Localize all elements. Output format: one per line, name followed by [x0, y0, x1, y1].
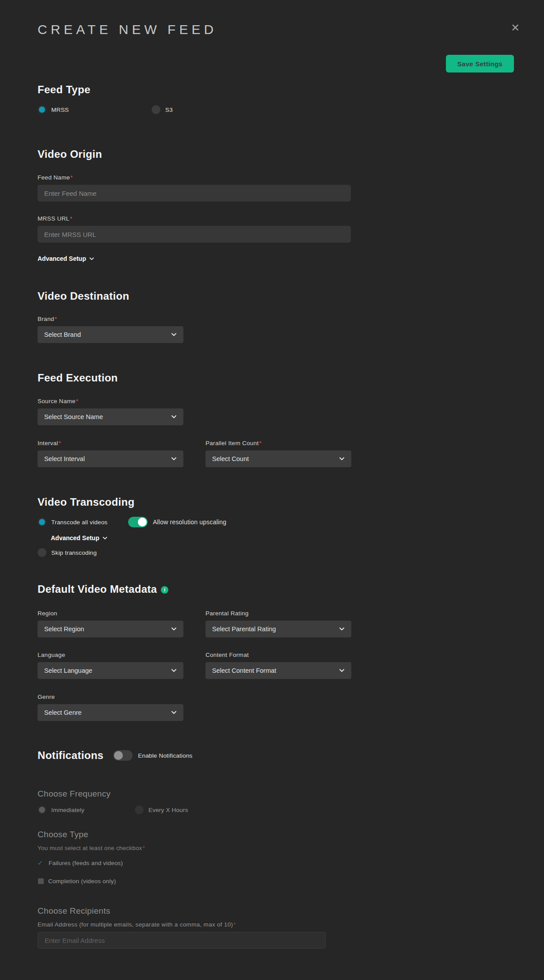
feed-name-input[interactable] [38, 185, 351, 202]
genre-label: Genre [38, 694, 183, 701]
advanced-setup-link[interactable]: Advanced Setup [38, 255, 94, 263]
close-icon[interactable]: ✕ [510, 22, 521, 34]
radio-unselected-icon[interactable] [152, 105, 160, 114]
enable-notifications-label: Enable Notifications [138, 752, 192, 759]
required-asterisk: * [76, 398, 79, 404]
feed-type-heading: Feed Type [38, 84, 514, 96]
radio-selected-icon[interactable] [38, 518, 46, 526]
choose-recipients-heading: Choose Recipients [38, 906, 514, 916]
interval-label: Interval* [38, 440, 183, 447]
chevron-down-icon [171, 415, 177, 419]
source-name-label: Source Name* [38, 398, 514, 405]
email-label: Email Address (for multiple emails, sepa… [38, 921, 514, 928]
required-asterisk: * [259, 440, 262, 446]
radio-s3-label: S3 [165, 107, 173, 113]
upscaling-toggle-group: Allow resolution upscaling [128, 517, 226, 527]
required-asterisk: * [55, 316, 57, 322]
radio-mrss[interactable]: MRSS [38, 105, 152, 114]
transcoding-options-row: Transcode all videos Allow resolution up… [38, 517, 514, 527]
chevron-down-icon [339, 669, 345, 672]
radio-s3[interactable]: S3 [152, 105, 173, 114]
required-asterisk: * [233, 921, 236, 928]
every-x-hours-label: Every X Hours [148, 807, 188, 813]
video-origin-heading: Video Origin [38, 148, 514, 160]
chevron-down-icon [339, 627, 345, 631]
choose-frequency-heading: Choose Frequency [38, 789, 514, 799]
parallel-count-label: Parallel Item Count* [205, 440, 351, 447]
mrss-url-label: MRSS URL* [38, 215, 514, 222]
checkbox-failures[interactable]: ✓ Failures (feeds and videos) [38, 859, 514, 866]
video-destination-heading: Video Destination [38, 290, 514, 302]
region-field: Region Select Region [38, 610, 183, 637]
upscaling-toggle[interactable] [128, 517, 148, 527]
transcoding-advanced-setup-link[interactable]: Advanced Setup [51, 534, 107, 542]
chevron-down-icon [171, 669, 177, 672]
page-title: CREATE NEW FEED [38, 0, 514, 37]
required-asterisk: * [70, 215, 72, 222]
parental-rating-field: Parental Rating Select Parental Rating [205, 610, 351, 637]
create-feed-modal: CREATE NEW FEED ✕ Save Settings Feed Typ… [0, 0, 544, 949]
radio-selected-icon[interactable] [38, 105, 46, 114]
notifications-header-row: Notifications Enable Notifications [38, 749, 514, 762]
default-metadata-heading: Default Video Metadatai [38, 583, 514, 595]
genre-field: Genre Select Genre [38, 694, 183, 721]
language-field: Language Select Language [38, 652, 183, 679]
brand-select[interactable]: Select Brand [38, 326, 183, 343]
choose-type-heading: Choose Type [38, 830, 514, 839]
language-label: Language [38, 652, 183, 659]
content-format-field: Content Format Select Content Format [205, 652, 351, 679]
radio-every-x-hours[interactable]: Every X Hours [135, 805, 188, 814]
checkbox-unchecked-icon[interactable] [38, 878, 44, 884]
notifications-heading: Notifications [38, 749, 103, 762]
chevron-down-icon [89, 257, 94, 260]
chevron-down-icon [171, 711, 177, 714]
type-section: Choose Type You must select at least one… [38, 830, 514, 885]
checkbox-completion[interactable]: Completion (videos only) [38, 878, 514, 885]
chevron-down-icon [103, 537, 107, 540]
frequency-section: Choose Frequency Immediately Every X Hou… [38, 789, 514, 814]
feed-type-options: MRSS S3 [38, 105, 514, 114]
transcode-all-label: Transcode all videos [51, 519, 107, 526]
feed-name-label: Feed Name* [38, 174, 514, 181]
radio-unselected-icon[interactable] [38, 548, 46, 557]
interval-row: Interval* Select Interval Parallel Item … [38, 440, 514, 467]
genre-select[interactable]: Select Genre [38, 704, 183, 721]
skip-transcoding-label: Skip transcoding [51, 549, 97, 556]
parental-rating-label: Parental Rating [205, 610, 351, 617]
email-input[interactable] [38, 932, 326, 949]
radio-unselected-icon[interactable] [135, 805, 144, 814]
content-format-select[interactable]: Select Content Format [205, 662, 351, 679]
save-settings-button[interactable]: Save Settings [446, 55, 514, 72]
immediately-label: Immediately [51, 807, 84, 813]
parallel-count-select[interactable]: Select Count [205, 450, 351, 467]
radio-selected-icon[interactable] [38, 805, 46, 814]
chevron-down-icon [171, 333, 177, 336]
checkbox-checked-icon[interactable]: ✓ [38, 859, 45, 866]
chevron-down-icon [171, 457, 177, 461]
interval-select[interactable]: Select Interval [38, 450, 183, 467]
parallel-count-field: Parallel Item Count* Select Count [205, 440, 351, 467]
metadata-row-2: Language Select Language Content Format … [38, 652, 514, 679]
chevron-down-icon [339, 457, 345, 461]
feed-execution-heading: Feed Execution [38, 372, 514, 384]
radio-skip-transcoding[interactable]: Skip transcoding [38, 548, 514, 557]
radio-immediately[interactable]: Immediately [38, 805, 135, 814]
toggle-knob [114, 751, 123, 760]
failures-label: Failures (feeds and videos) [49, 860, 123, 866]
toggle-knob [138, 518, 147, 526]
radio-transcode-all[interactable]: Transcode all videos [38, 518, 128, 526]
checkbox-hint: You must select at least one checkbox* [38, 845, 514, 852]
enable-notifications-toggle[interactable] [113, 750, 133, 761]
frequency-options: Immediately Every X Hours [38, 805, 514, 814]
upscaling-label: Allow resolution upscaling [153, 519, 226, 526]
language-select[interactable]: Select Language [38, 662, 183, 679]
info-icon[interactable]: i [161, 586, 168, 594]
mrss-url-input[interactable] [38, 226, 351, 243]
content-format-label: Content Format [205, 652, 351, 659]
parental-rating-select[interactable]: Select Parental Rating [205, 621, 351, 637]
region-label: Region [38, 610, 183, 617]
required-asterisk: * [59, 440, 61, 446]
source-name-select[interactable]: Select Source Name [38, 408, 183, 425]
region-select[interactable]: Select Region [38, 621, 183, 637]
radio-mrss-label: MRSS [51, 107, 69, 113]
